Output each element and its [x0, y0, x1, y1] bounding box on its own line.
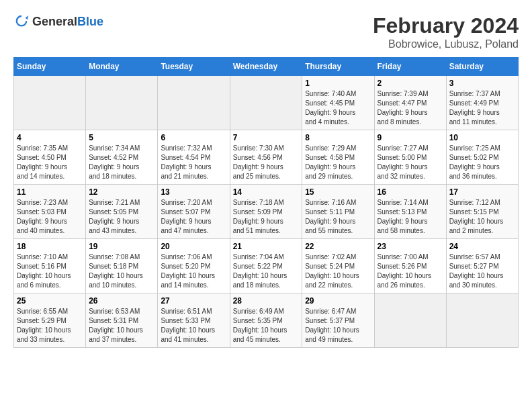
calendar-cell: [374, 293, 446, 348]
column-header-monday: Monday: [86, 58, 158, 76]
calendar-cell: 26Sunrise: 6:53 AM Sunset: 5:31 PM Dayli…: [86, 293, 158, 348]
day-info: Sunrise: 7:00 AM Sunset: 5:26 PM Dayligh…: [378, 253, 443, 290]
day-info: Sunrise: 7:39 AM Sunset: 4:47 PM Dayligh…: [378, 89, 443, 127]
day-info: Sunrise: 7:30 AM Sunset: 4:56 PM Dayligh…: [233, 144, 300, 181]
day-info: Sunrise: 7:23 AM Sunset: 5:03 PM Dayligh…: [17, 198, 83, 236]
day-number: 7: [233, 133, 300, 142]
calendar-cell: 24Sunrise: 6:57 AM Sunset: 5:27 PM Dayli…: [446, 239, 518, 293]
column-header-saturday: Saturday: [446, 58, 518, 76]
calendar-cell: [86, 76, 158, 130]
calendar-cell: 27Sunrise: 6:51 AM Sunset: 5:33 PM Dayli…: [158, 293, 230, 348]
column-headers: SundayMondayTuesdayWednesdayThursdayFrid…: [14, 58, 519, 76]
day-info: Sunrise: 7:12 AM Sunset: 5:15 PM Dayligh…: [449, 198, 515, 236]
calendar-cell: 8Sunrise: 7:29 AM Sunset: 4:58 PM Daylig…: [302, 130, 374, 185]
day-number: 10: [449, 133, 515, 142]
day-number: 2: [378, 79, 443, 88]
day-info: Sunrise: 7:08 AM Sunset: 5:18 PM Dayligh…: [89, 253, 154, 290]
day-number: 4: [17, 133, 83, 142]
day-number: 26: [89, 296, 154, 306]
day-number: 1: [305, 79, 371, 88]
day-number: 28: [233, 296, 300, 306]
calendar-cell: 16Sunrise: 7:14 AM Sunset: 5:13 PM Dayli…: [374, 185, 446, 239]
day-info: Sunrise: 7:14 AM Sunset: 5:13 PM Dayligh…: [378, 198, 443, 236]
calendar-cell: 14Sunrise: 7:18 AM Sunset: 5:09 PM Dayli…: [230, 185, 302, 239]
day-number: 15: [305, 187, 371, 197]
column-header-friday: Friday: [374, 58, 446, 76]
month-title: February 2024: [373, 13, 519, 38]
calendar-cell: 23Sunrise: 7:00 AM Sunset: 5:26 PM Dayli…: [374, 239, 446, 293]
calendar-cell: 13Sunrise: 7:20 AM Sunset: 5:07 PM Dayli…: [158, 185, 230, 239]
day-info: Sunrise: 6:51 AM Sunset: 5:33 PM Dayligh…: [161, 307, 226, 345]
day-info: Sunrise: 7:37 AM Sunset: 4:49 PM Dayligh…: [449, 89, 515, 127]
day-number: 17: [449, 187, 515, 197]
calendar-cell: 18Sunrise: 7:10 AM Sunset: 5:16 PM Dayli…: [14, 239, 86, 293]
day-info: Sunrise: 7:16 AM Sunset: 5:11 PM Dayligh…: [305, 198, 371, 236]
calendar-cell: [158, 76, 230, 130]
logo-text: GeneralBlue: [32, 15, 103, 29]
calendar-cell: 11Sunrise: 7:23 AM Sunset: 5:03 PM Dayli…: [14, 185, 86, 239]
calendar-cell: 22Sunrise: 7:02 AM Sunset: 5:24 PM Dayli…: [302, 239, 374, 293]
day-number: 16: [378, 187, 443, 197]
calendar-cell: 2Sunrise: 7:39 AM Sunset: 4:47 PM Daylig…: [374, 76, 446, 130]
calendar-cell: 7Sunrise: 7:30 AM Sunset: 4:56 PM Daylig…: [230, 130, 302, 185]
calendar-cell: 12Sunrise: 7:21 AM Sunset: 5:05 PM Dayli…: [86, 185, 158, 239]
calendar-cell: 25Sunrise: 6:55 AM Sunset: 5:29 PM Dayli…: [14, 293, 86, 348]
day-info: Sunrise: 6:49 AM Sunset: 5:35 PM Dayligh…: [233, 307, 300, 345]
day-number: 22: [305, 242, 371, 251]
title-area: February 2024 Bobrowice, Lubusz, Poland: [373, 13, 519, 50]
column-header-tuesday: Tuesday: [158, 58, 230, 76]
day-info: Sunrise: 7:06 AM Sunset: 5:20 PM Dayligh…: [161, 253, 226, 290]
day-number: 11: [17, 187, 83, 197]
day-info: Sunrise: 7:32 AM Sunset: 4:54 PM Dayligh…: [161, 144, 226, 181]
day-info: Sunrise: 7:10 AM Sunset: 5:16 PM Dayligh…: [17, 253, 83, 290]
logo-blue: Blue: [77, 15, 103, 28]
day-info: Sunrise: 7:27 AM Sunset: 5:00 PM Dayligh…: [378, 144, 443, 181]
calendar-cell: [446, 293, 518, 348]
day-number: 19: [89, 242, 154, 251]
day-info: Sunrise: 7:20 AM Sunset: 5:07 PM Dayligh…: [161, 198, 226, 236]
day-number: 13: [161, 187, 226, 197]
calendar-cell: 6Sunrise: 7:32 AM Sunset: 4:54 PM Daylig…: [158, 130, 230, 185]
day-number: 25: [17, 296, 83, 306]
calendar-cell: 15Sunrise: 7:16 AM Sunset: 5:11 PM Dayli…: [302, 185, 374, 239]
logo-icon: [13, 13, 30, 30]
column-header-wednesday: Wednesday: [230, 58, 302, 76]
calendar-cell: 17Sunrise: 7:12 AM Sunset: 5:15 PM Dayli…: [446, 185, 518, 239]
day-info: Sunrise: 6:53 AM Sunset: 5:31 PM Dayligh…: [89, 307, 154, 345]
day-info: Sunrise: 7:29 AM Sunset: 4:58 PM Dayligh…: [305, 144, 371, 181]
calendar-cell: [230, 76, 302, 130]
header: GeneralBlue February 2024 Bobrowice, Lub…: [13, 13, 519, 50]
day-number: 6: [161, 133, 226, 142]
day-number: 8: [305, 133, 371, 142]
day-info: Sunrise: 6:47 AM Sunset: 5:37 PM Dayligh…: [305, 307, 371, 345]
day-number: 14: [233, 187, 300, 197]
calendar-cell: 21Sunrise: 7:04 AM Sunset: 5:22 PM Dayli…: [230, 239, 302, 293]
day-number: 9: [378, 133, 443, 142]
logo-general: General: [32, 15, 77, 28]
day-info: Sunrise: 6:55 AM Sunset: 5:29 PM Dayligh…: [17, 307, 83, 345]
column-header-sunday: Sunday: [14, 58, 86, 76]
logo: GeneralBlue: [13, 13, 103, 30]
calendar-cell: 1Sunrise: 7:40 AM Sunset: 4:45 PM Daylig…: [302, 76, 374, 130]
calendar-cell: 29Sunrise: 6:47 AM Sunset: 5:37 PM Dayli…: [302, 293, 374, 348]
day-info: Sunrise: 7:04 AM Sunset: 5:22 PM Dayligh…: [233, 253, 300, 290]
day-info: Sunrise: 7:21 AM Sunset: 5:05 PM Dayligh…: [89, 198, 154, 236]
day-number: 27: [161, 296, 226, 306]
week-row-4: 18Sunrise: 7:10 AM Sunset: 5:16 PM Dayli…: [14, 239, 519, 293]
calendar-cell: 9Sunrise: 7:27 AM Sunset: 5:00 PM Daylig…: [374, 130, 446, 185]
day-info: Sunrise: 7:40 AM Sunset: 4:45 PM Dayligh…: [305, 89, 371, 127]
location: Bobrowice, Lubusz, Poland: [373, 38, 519, 50]
calendar-cell: 10Sunrise: 7:25 AM Sunset: 5:02 PM Dayli…: [446, 130, 518, 185]
calendar-cell: 20Sunrise: 7:06 AM Sunset: 5:20 PM Dayli…: [158, 239, 230, 293]
column-header-thursday: Thursday: [302, 58, 374, 76]
day-number: 12: [89, 187, 154, 197]
day-number: 24: [449, 242, 515, 251]
day-number: 3: [449, 79, 515, 88]
week-row-1: 1Sunrise: 7:40 AM Sunset: 4:45 PM Daylig…: [14, 76, 519, 130]
week-row-3: 11Sunrise: 7:23 AM Sunset: 5:03 PM Dayli…: [14, 185, 519, 239]
day-info: Sunrise: 7:35 AM Sunset: 4:50 PM Dayligh…: [17, 144, 83, 181]
day-number: 29: [305, 296, 371, 306]
calendar-cell: 19Sunrise: 7:08 AM Sunset: 5:18 PM Dayli…: [86, 239, 158, 293]
day-number: 20: [161, 242, 226, 251]
day-number: 23: [378, 242, 443, 251]
